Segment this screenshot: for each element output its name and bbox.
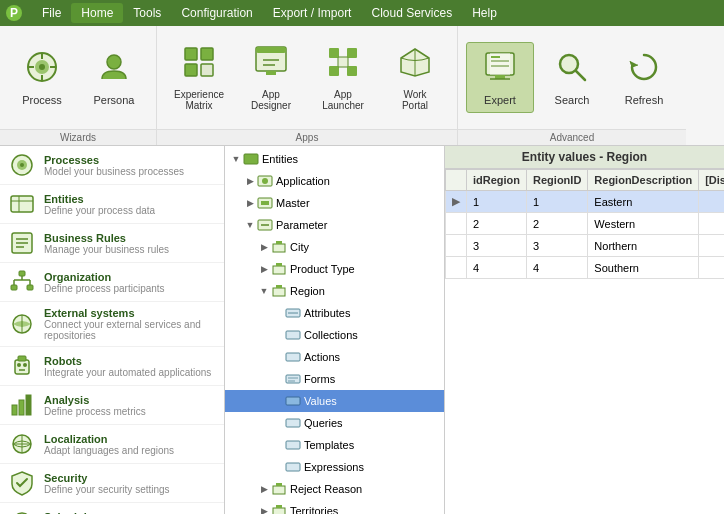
cell-disabled[interactable] [699,191,724,213]
svg-rect-20 [347,48,357,58]
sidebar-item-scheduler[interactable]: Scheduler Execute offline jobs [0,503,224,514]
tree-node-master[interactable]: ▶ Master [225,192,444,214]
tree-node-queries[interactable]: Queries [225,412,444,434]
work-portal-button[interactable]: WorkPortal [381,37,449,118]
tree-node-entities[interactable]: ▼ Entities [225,148,444,170]
tree-node-city[interactable]: ▶ City [225,236,444,258]
attributes-tree-label: Attributes [304,307,350,319]
table-row[interactable]: ▶ 1 1 Eastern [446,191,725,213]
sidebar-item-analysis[interactable]: Analysis Define process metrics [0,386,224,425]
entities-text: Entities Define your process data [44,193,155,216]
experience-matrix-button[interactable]: ExperienceMatrix [165,37,233,118]
svg-rect-93 [276,505,282,508]
svg-rect-23 [338,57,348,67]
toolbar-wizards-section: Process Persona Wizards [0,26,157,145]
menu-tools[interactable]: Tools [123,3,171,23]
sidebar-item-entities[interactable]: Entities Define your process data [0,185,224,224]
region-tree-icon [271,283,287,299]
app-designer-icon [253,44,289,85]
sidebar-item-business-rules[interactable]: Business Rules Manage your business rule… [0,224,224,263]
tree-node-actions[interactable]: Actions [225,346,444,368]
sidebar-item-processes[interactable]: Processes Model your business processes [0,146,224,185]
menu-file[interactable]: File [32,3,71,23]
tree-node-territories[interactable]: ▶ Territories [225,500,444,514]
cell-disabled[interactable] [699,235,724,257]
col-header-disabled[interactable]: [Disabled] [699,170,724,191]
tree-node-expressions[interactable]: Expressions [225,456,444,478]
sidebar-item-security[interactable]: Security Define your security settings [0,464,224,503]
expand-entities[interactable]: ▼ [229,152,243,166]
svg-rect-77 [273,288,285,296]
svg-text:P: P [10,6,18,20]
svg-rect-53 [18,356,26,361]
svg-rect-66 [244,154,258,164]
app-launcher-button[interactable]: AppLauncher [309,37,377,118]
cell-disabled[interactable] [699,213,724,235]
svg-rect-36 [11,196,33,212]
menu-configuration[interactable]: Configuration [171,3,262,23]
svg-point-35 [20,163,24,167]
expand-region[interactable]: ▼ [257,284,271,298]
expand-application[interactable]: ▶ [243,174,257,188]
cell-idregion: 3 [467,235,527,257]
application-tree-icon [257,173,273,189]
table-row[interactable]: 4 4 Southern [446,257,725,279]
expand-parameter[interactable]: ▼ [243,218,257,232]
entity-values-title: Entity values - Region [445,146,724,169]
sidebar-item-robots[interactable]: Robots Integrate your automated applicat… [0,347,224,386]
expand-product-type[interactable]: ▶ [257,262,271,276]
menu-cloud-services[interactable]: Cloud Services [361,3,462,23]
values-tree-icon [285,393,301,409]
work-portal-icon [397,44,433,85]
menu-home[interactable]: Home [71,3,123,23]
refresh-button[interactable]: Refresh [610,42,678,113]
menu-export-import[interactable]: Export / Import [263,3,362,23]
svg-rect-19 [329,48,339,58]
tree-node-forms[interactable]: Forms [225,368,444,390]
app-logo: P [4,3,24,23]
tree-node-application[interactable]: ▶ Application [225,170,444,192]
robots-text: Robots Integrate your automated applicat… [44,355,211,378]
svg-rect-43 [19,271,25,276]
expand-master[interactable]: ▶ [243,196,257,210]
persona-button[interactable]: Persona [80,42,148,113]
tree-node-parameter[interactable]: ▼ Parameter [225,214,444,236]
process-button[interactable]: Process [8,42,76,113]
cell-regionid: 3 [527,235,588,257]
sidebar-item-external-systems[interactable]: External systems Connect your external s… [0,302,224,347]
svg-rect-58 [19,400,24,415]
col-header-regiondescription[interactable]: RegionDescription [588,170,699,191]
entities-tree-label: Entities [262,153,298,165]
col-header-regionid[interactable]: RegionID [527,170,588,191]
expand-reject-reason[interactable]: ▶ [257,482,271,496]
tree-node-region[interactable]: ▼ Region [225,280,444,302]
persona-label: Persona [94,94,135,106]
table-row[interactable]: 3 3 Northern [446,235,725,257]
analysis-text: Analysis Define process metrics [44,394,146,417]
tree-panel: ▼ Entities ▶ Application ▶ Ma [225,146,445,514]
territories-tree-label: Territories [290,505,338,514]
table-row[interactable]: 2 2 Western [446,213,725,235]
tree-node-templates[interactable]: Templates [225,434,444,456]
values-tree-label: Values [304,395,337,407]
toolbar-advanced-section: Expert Search Refresh [458,26,686,145]
cell-disabled[interactable] [699,257,724,279]
menu-help[interactable]: Help [462,3,507,23]
tree-node-collections[interactable]: Collections [225,324,444,346]
sidebar-item-localization[interactable]: Localization Adapt languages and regions [0,425,224,464]
expand-city[interactable]: ▶ [257,240,271,254]
col-header-idregion[interactable]: idRegion [467,170,527,191]
tree-node-attributes[interactable]: Attributes [225,302,444,324]
tree-node-reject-reason[interactable]: ▶ Reject Reason [225,478,444,500]
expand-territories[interactable]: ▶ [257,504,271,514]
expert-button[interactable]: Expert [466,42,534,113]
cell-idregion: 4 [467,257,527,279]
svg-point-55 [23,363,27,367]
apps-section-label: Apps [157,129,457,145]
tree-node-product-type[interactable]: ▶ Product Type [225,258,444,280]
app-designer-button[interactable]: AppDesigner [237,37,305,118]
territories-tree-icon [271,503,287,514]
tree-node-values[interactable]: Values [225,390,444,412]
sidebar-item-organization[interactable]: Organization Define process participants [0,263,224,302]
search-button[interactable]: Search [538,42,606,113]
